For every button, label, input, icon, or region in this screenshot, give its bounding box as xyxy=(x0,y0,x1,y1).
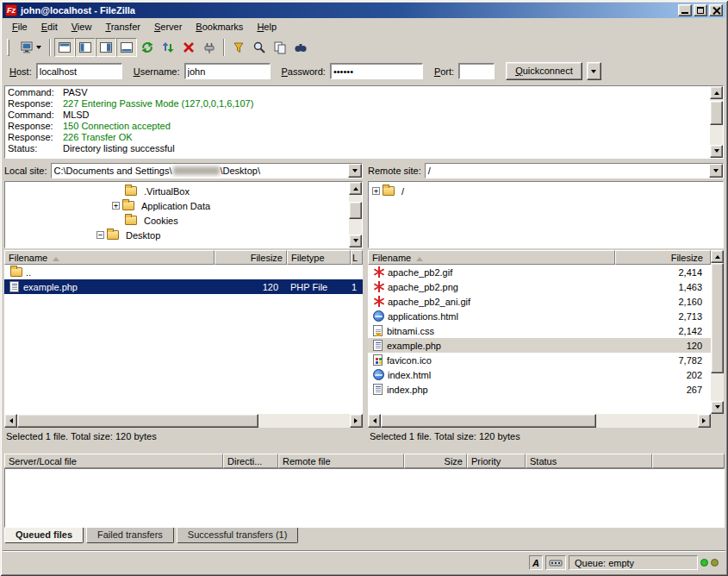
compare-directories-button[interactable] xyxy=(270,38,290,57)
log-scrollbar[interactable] xyxy=(710,86,723,158)
site-manager-button[interactable] xyxy=(15,38,46,57)
scrollbar-thumb[interactable] xyxy=(349,202,362,219)
toggle-local-tree-button[interactable] xyxy=(75,38,96,57)
tree-item-cookies[interactable]: Cookies xyxy=(5,213,362,228)
expand-icon[interactable]: + xyxy=(112,202,120,210)
menu-item-server[interactable]: Server xyxy=(147,19,189,34)
scroll-down-button[interactable] xyxy=(711,401,724,414)
file-name-cell: apache_pb2.png xyxy=(368,279,615,294)
remote-list-hscrollbar[interactable] xyxy=(368,414,711,428)
column-header-remote-file[interactable]: Remote file xyxy=(278,454,404,468)
disconnect-button[interactable] xyxy=(199,38,220,57)
tree-item-virtualbox[interactable]: .VirtualBox xyxy=(5,184,362,198)
file-row[interactable]: .. xyxy=(4,265,363,279)
toggle-message-log-button[interactable] xyxy=(54,38,75,57)
toggle-transfer-queue-button[interactable] xyxy=(116,38,137,57)
remote-site-dropdown-button[interactable] xyxy=(709,164,723,178)
scrollbar-thumb[interactable] xyxy=(17,414,258,428)
toolbar-grip[interactable] xyxy=(7,39,9,56)
column-header-status[interactable]: Status xyxy=(526,454,652,468)
file-row-selected[interactable]: example.php 120 PHP File 1 xyxy=(4,279,363,294)
file-row[interactable]: favicon.ico 7,782 xyxy=(368,353,711,367)
scroll-up-button[interactable] xyxy=(711,250,724,263)
quickconnect-dropdown-button[interactable] xyxy=(587,62,601,80)
column-header-filename[interactable]: Filename xyxy=(4,250,215,265)
scrollbar-track[interactable] xyxy=(381,414,698,428)
file-row[interactable]: apache_pb2.png 1,463 xyxy=(368,279,711,294)
tab-queued-files[interactable]: Queued files xyxy=(4,528,84,543)
image-file-icon xyxy=(373,281,384,292)
column-header-priority[interactable]: Priority xyxy=(467,454,526,468)
tree-item-desktop[interactable]: −Desktop xyxy=(5,228,362,242)
toggle-remote-tree-button[interactable] xyxy=(96,38,116,57)
port-input[interactable] xyxy=(458,63,495,79)
column-header-filesize[interactable]: Filesize xyxy=(215,250,287,265)
menu-item-file[interactable]: File xyxy=(5,19,34,34)
app-icon[interactable]: Fz xyxy=(5,4,17,16)
password-input[interactable] xyxy=(330,63,423,79)
username-input[interactable] xyxy=(184,63,271,79)
local-site-dropdown-button[interactable] xyxy=(348,164,362,178)
local-directory-tree: .VirtualBox +Application Data Cookies −D… xyxy=(4,181,363,248)
column-header-size[interactable]: Size xyxy=(404,454,467,468)
menu-item-bookmarks[interactable]: Bookmarks xyxy=(189,19,250,34)
local-tree-scrollbar[interactable] xyxy=(349,182,362,247)
scrollbar-thumb[interactable] xyxy=(381,414,596,428)
scroll-right-button[interactable] xyxy=(698,414,711,428)
column-header-filetype[interactable]: Filetype xyxy=(287,250,351,265)
file-size-cell: 267 xyxy=(615,382,711,397)
find-files-button[interactable] xyxy=(249,38,270,57)
scroll-right-button[interactable] xyxy=(350,414,363,428)
remote-list-scrollbar[interactable] xyxy=(711,250,724,414)
scroll-up-button[interactable] xyxy=(710,86,723,99)
menu-item-help[interactable]: Help xyxy=(250,19,283,34)
refresh-button[interactable] xyxy=(137,38,158,57)
tab-failed-transfers[interactable]: Failed transfers xyxy=(86,528,174,543)
file-row[interactable]: applications.html 2,713 xyxy=(368,309,711,323)
scrollbar-track[interactable] xyxy=(711,263,724,401)
file-row-selected[interactable]: example.php 120 xyxy=(368,338,711,353)
column-header-server-local-file[interactable]: Server/Local file xyxy=(4,454,223,468)
scroll-down-button[interactable] xyxy=(710,145,723,158)
filter-button[interactable] xyxy=(228,38,249,57)
quickconnect-button[interactable]: Quickconnect xyxy=(506,62,582,80)
column-header-filesize[interactable]: Filesize xyxy=(615,250,711,265)
scroll-down-button[interactable] xyxy=(349,235,362,247)
file-row[interactable]: apache_pb2_ani.gif 2,160 xyxy=(368,294,711,309)
host-input[interactable] xyxy=(36,63,122,79)
local-list-hscrollbar[interactable] xyxy=(4,414,363,428)
menu-item-edit[interactable]: Edit xyxy=(34,19,65,34)
tree-item-root[interactable]: +/ xyxy=(369,184,723,198)
column-header-last-modified[interactable]: L xyxy=(351,250,363,265)
tree-item-application-data[interactable]: +Application Data xyxy=(5,198,362,213)
scrollbar-track[interactable] xyxy=(17,414,350,428)
scrollbar-track[interactable] xyxy=(710,99,723,145)
scrollbar-thumb[interactable] xyxy=(711,263,724,373)
scroll-up-button[interactable] xyxy=(349,182,362,195)
file-row[interactable]: bitnami.css 2,142 xyxy=(368,323,711,338)
scroll-left-button[interactable] xyxy=(368,414,381,428)
process-queue-button[interactable] xyxy=(158,38,178,57)
cancel-operation-button[interactable] xyxy=(178,38,199,57)
scrollbar-track[interactable] xyxy=(349,195,362,235)
maximize-button[interactable] xyxy=(694,4,707,16)
scroll-left-button[interactable] xyxy=(4,414,17,428)
arrow-down-icon xyxy=(353,239,358,245)
menu-item-view[interactable]: View xyxy=(65,19,99,34)
scrollbar-thumb[interactable] xyxy=(710,101,723,125)
file-row[interactable]: apache_pb2.gif 2,414 xyxy=(368,265,711,279)
search-button[interactable] xyxy=(290,38,311,57)
column-header-direction[interactable]: Directi... xyxy=(223,454,278,468)
minimize-button[interactable] xyxy=(678,4,692,16)
collapse-icon[interactable]: − xyxy=(96,231,104,239)
file-row[interactable]: index.html 202 xyxy=(368,367,711,382)
expand-icon[interactable]: + xyxy=(372,187,380,195)
column-header-filename[interactable]: Filename xyxy=(368,250,615,265)
remote-site-combobox[interactable]: / xyxy=(425,163,724,178)
menu-item-transfer[interactable]: Transfer xyxy=(98,19,147,34)
file-row[interactable]: index.php 267 xyxy=(368,382,711,397)
close-button[interactable] xyxy=(709,4,723,16)
tab-successful-transfers[interactable]: Successful transfers (1) xyxy=(177,528,299,543)
title-bar: Fz john@localhost - FileZilla xyxy=(3,3,725,18)
local-site-combobox[interactable]: C:\Documents and Settings\\Desktop\ xyxy=(51,163,363,178)
